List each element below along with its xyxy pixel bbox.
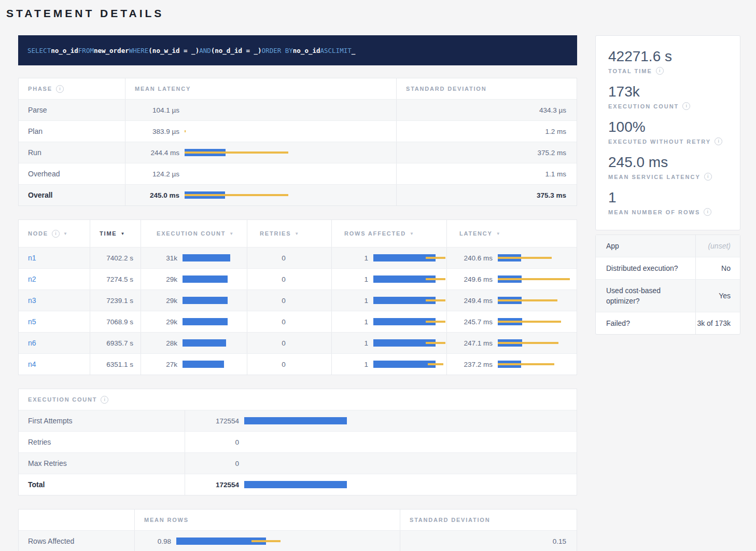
info-icon[interactable]: i bbox=[656, 67, 664, 75]
latency-bar-chart bbox=[498, 297, 569, 304]
stddev-value: 0.15 bbox=[400, 531, 577, 551]
count-bar bbox=[244, 481, 347, 488]
table-row: n5 7068.9 s 29k 0 1 bbox=[19, 311, 577, 332]
node-column-header[interactable]: NODE i ▼ bbox=[19, 220, 90, 247]
sort-icon: ▼ bbox=[295, 231, 300, 236]
node-link[interactable]: n3 bbox=[28, 296, 36, 305]
summary-sidebar: 42271.6 s TOTAL TIME i 173k EXECUTION CO… bbox=[595, 35, 740, 551]
phase-column-header: PHASE i bbox=[19, 78, 125, 99]
execution-count-header-label: EXECUTION COUNT bbox=[157, 230, 226, 237]
latency-cell: 249.4 ms bbox=[446, 290, 577, 311]
sort-icon: ▼ bbox=[63, 231, 68, 236]
stddev-line bbox=[426, 299, 445, 301]
execution-count-cell: 28k bbox=[141, 333, 247, 353]
stat-label-text: EXECUTED WITHOUT RETRY bbox=[608, 139, 711, 145]
execution-count-cell: 29k bbox=[141, 311, 247, 332]
standard-deviation-column-header: STANDARD DEVIATION bbox=[396, 78, 577, 99]
stat-value: 173k bbox=[608, 84, 727, 100]
rows-affected-value: 1 bbox=[341, 361, 368, 368]
mean-latency-cell: 124.2 µs bbox=[125, 163, 396, 184]
latency-column-header[interactable]: LATENCY ▼ bbox=[446, 220, 577, 247]
stddev-line bbox=[251, 540, 281, 542]
detail-row-app: App (unset) bbox=[596, 235, 740, 257]
mean-rows-cell: 0.98 bbox=[134, 531, 400, 551]
exec-row-label: Max Retries bbox=[19, 453, 185, 474]
info-icon[interactable]: i bbox=[715, 137, 722, 145]
time-column-header[interactable]: TIME ▼ bbox=[90, 220, 141, 247]
count-bar bbox=[183, 276, 228, 283]
sort-icon: ▼ bbox=[496, 231, 501, 236]
table-row: Parse 104.1 µs 434.3 µs bbox=[19, 99, 577, 120]
exec-count-cell: 172554 bbox=[185, 474, 577, 495]
stddev-line bbox=[185, 194, 288, 196]
info-icon[interactable]: i bbox=[56, 85, 64, 93]
retries-value: 0 bbox=[247, 354, 331, 375]
node-link[interactable]: n6 bbox=[28, 339, 36, 347]
info-icon[interactable]: i bbox=[52, 230, 60, 238]
exec-count-cell: 0 bbox=[185, 453, 577, 474]
exec-row-label: Total bbox=[19, 474, 185, 495]
exec-count-value: 172554 bbox=[194, 417, 239, 425]
time-value: 6935.7 s bbox=[90, 333, 141, 353]
count-bar bbox=[183, 339, 226, 347]
retries-header-label: RETRIES bbox=[260, 230, 291, 237]
sql-token: SELECT bbox=[27, 47, 51, 54]
rows-affected-column-header[interactable]: ROWS AFFECTED ▼ bbox=[331, 220, 446, 247]
exec-count-cell: 172554 bbox=[185, 410, 577, 431]
node-link[interactable]: n4 bbox=[28, 360, 36, 368]
retries-value: 0 bbox=[247, 269, 331, 290]
node-link[interactable]: n5 bbox=[28, 318, 36, 326]
table-row: Run 244.4 ms 375.2 ms bbox=[19, 142, 577, 163]
count-bar bbox=[183, 318, 228, 325]
stddev-line bbox=[498, 342, 558, 344]
retries-column-header[interactable]: RETRIES ▼ bbox=[247, 220, 331, 247]
table-row: n3 7239.1 s 29k 0 1 bbox=[19, 290, 577, 311]
stddev-line bbox=[498, 321, 561, 323]
latency-cell: 240.6 ms bbox=[446, 247, 577, 268]
info-icon[interactable]: i bbox=[704, 208, 711, 216]
exec-count-bar-chart bbox=[244, 438, 569, 446]
statement-details-page: STATEMENT DETAILS SELECT no_o_id FROM ne… bbox=[0, 0, 756, 551]
stat-value: 1 bbox=[608, 189, 727, 206]
exec-count-value: 0 bbox=[194, 438, 239, 446]
latency-bar-chart bbox=[185, 149, 389, 156]
node-table: NODE i ▼ TIME ▼ EXECUTION COUNT ▼ RETRIE… bbox=[18, 219, 577, 375]
mean-latency-cell: 383.9 µs bbox=[125, 121, 396, 142]
sql-token: WHERE bbox=[129, 47, 149, 54]
detail-label: App bbox=[596, 235, 695, 257]
execution-count-bar-chart bbox=[183, 297, 240, 304]
latency-bar-chart bbox=[498, 276, 569, 283]
table-row: Plan 383.9 µs 1.2 ms bbox=[19, 120, 577, 142]
sql-token: ASC bbox=[320, 47, 332, 54]
detail-label: Used cost-based optimizer? bbox=[596, 280, 695, 312]
info-icon[interactable]: i bbox=[704, 173, 712, 181]
stat-label-text: MEAN NUMBER OF ROWS bbox=[608, 209, 700, 215]
latency-bar-chart bbox=[498, 339, 569, 347]
detail-row-cost-based-optimizer: Used cost-based optimizer? Yes bbox=[596, 279, 740, 312]
info-icon[interactable]: i bbox=[682, 102, 690, 110]
retries-value: 0 bbox=[247, 290, 331, 311]
detail-value: Yes bbox=[695, 280, 740, 312]
table-row: Overhead 124.2 µs 1.1 ms bbox=[19, 163, 577, 184]
rows-affected-cell: 1 bbox=[331, 311, 446, 332]
stat-value: 245.0 ms bbox=[608, 154, 727, 171]
exec-count-bar-chart bbox=[244, 460, 569, 467]
table-row: Rows Affected 0.98 0.15 bbox=[19, 530, 577, 551]
node-link[interactable]: n2 bbox=[28, 275, 36, 283]
stddev-line bbox=[426, 342, 445, 344]
count-bar bbox=[183, 361, 224, 368]
execution-count-column-header[interactable]: EXECUTION COUNT ▼ bbox=[141, 220, 247, 247]
latency-cell: 247.1 ms bbox=[446, 333, 577, 353]
detail-label: Distributed execution? bbox=[596, 257, 695, 279]
stat-label-text: EXECUTION COUNT bbox=[608, 103, 679, 109]
detail-label: Failed? bbox=[596, 312, 695, 334]
phase-table-header: PHASE i MEAN LATENCY STANDARD DEVIATION bbox=[19, 78, 577, 99]
node-link[interactable]: n1 bbox=[28, 254, 36, 262]
rows-affected-table: MEAN ROWS STANDARD DEVIATION Rows Affect… bbox=[18, 509, 577, 551]
time-value: 7274.5 s bbox=[90, 269, 141, 290]
execution-count-header-label: EXECUTION COUNT bbox=[28, 396, 97, 403]
info-icon[interactable]: i bbox=[101, 396, 108, 404]
latency-bar-chart bbox=[498, 361, 569, 368]
latency-value: 249.6 ms bbox=[456, 276, 493, 283]
stddev-line bbox=[428, 363, 443, 365]
